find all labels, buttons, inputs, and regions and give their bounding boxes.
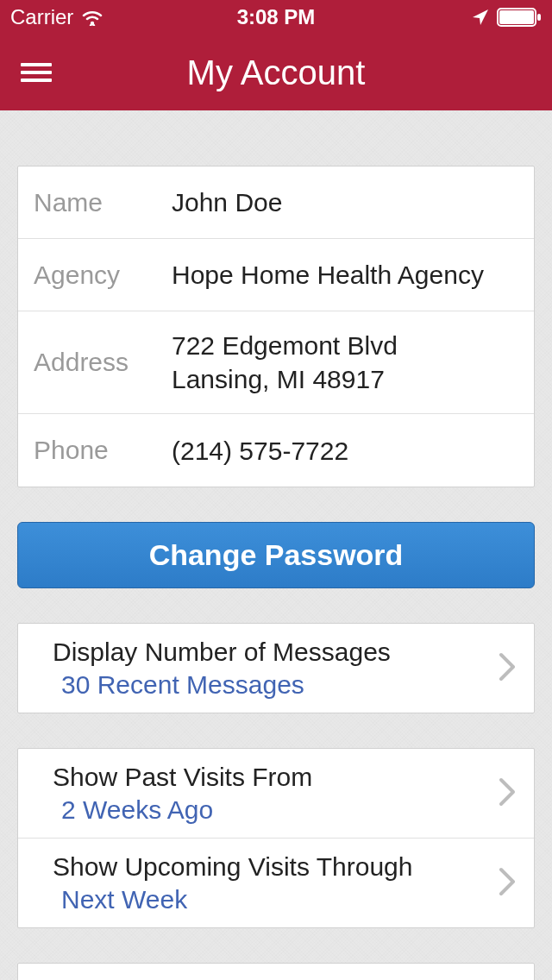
change-password-button[interactable]: Change Password: [17, 522, 535, 588]
past-visits-value: 2 Weeks Ago: [53, 794, 489, 826]
name-value: John Doe: [172, 185, 282, 219]
address-line-1: 722 Edgemont Blvd: [172, 329, 398, 362]
profile-row-agency: Agency Hope Home Health Agency: [18, 239, 534, 311]
page-title: My Account: [0, 53, 552, 92]
change-passcode-item[interactable]: Change Passcode: [18, 964, 534, 980]
profile-row-name: Name John Doe: [18, 166, 534, 239]
carrier-label: Carrier: [10, 5, 73, 29]
upcoming-visits-item[interactable]: Show Upcoming Visits Through Next Week: [18, 839, 534, 927]
agency-value: Hope Home Health Agency: [172, 258, 484, 292]
svg-point-0: [91, 22, 94, 25]
past-visits-item[interactable]: Show Past Visits From 2 Weeks Ago: [18, 749, 534, 839]
status-right: [315, 8, 542, 27]
upcoming-visits-title: Show Upcoming Visits Through: [53, 851, 489, 883]
upcoming-visits-value: Next Week: [53, 883, 489, 916]
phone-value: (214) 575-7722: [172, 434, 348, 468]
address-value: 722 Edgemont Blvd Lansing, MI 48917: [172, 329, 398, 396]
display-messages-item[interactable]: Display Number of Messages 30 Recent Mes…: [18, 624, 534, 713]
wifi-icon: [80, 9, 104, 26]
menu-icon[interactable]: [21, 59, 52, 86]
phone-label: Phone: [34, 436, 172, 465]
svg-rect-3: [537, 14, 541, 21]
security-block: Change Passcode Notification: [17, 963, 535, 980]
visits-block: Show Past Visits From 2 Weeks Ago Show U…: [17, 748, 535, 928]
agency-label: Agency: [34, 261, 172, 290]
profile-row-phone: Phone (214) 575-7722: [18, 414, 534, 487]
past-visits-title: Show Past Visits From: [53, 761, 489, 794]
address-line-2: Lansing, MI 48917: [172, 362, 398, 396]
address-label: Address: [34, 348, 172, 377]
svg-rect-2: [499, 10, 534, 24]
display-messages-title: Display Number of Messages: [53, 636, 489, 669]
messages-block: Display Number of Messages 30 Recent Mes…: [17, 623, 535, 713]
profile-card: Name John Doe Agency Hope Home Health Ag…: [17, 166, 535, 487]
nav-bar: My Account: [0, 35, 552, 110]
chevron-right-icon: [498, 866, 517, 901]
display-messages-value: 30 Recent Messages: [53, 669, 489, 701]
chevron-right-icon: [498, 651, 517, 686]
status-bar: Carrier 3:08 PM: [0, 0, 552, 35]
location-icon: [471, 8, 490, 27]
status-time: 3:08 PM: [237, 5, 316, 29]
chevron-right-icon: [498, 776, 517, 811]
status-left: Carrier: [10, 5, 237, 29]
battery-icon: [497, 8, 542, 27]
name-label: Name: [34, 188, 172, 217]
profile-row-address: Address 722 Edgemont Blvd Lansing, MI 48…: [18, 311, 534, 414]
